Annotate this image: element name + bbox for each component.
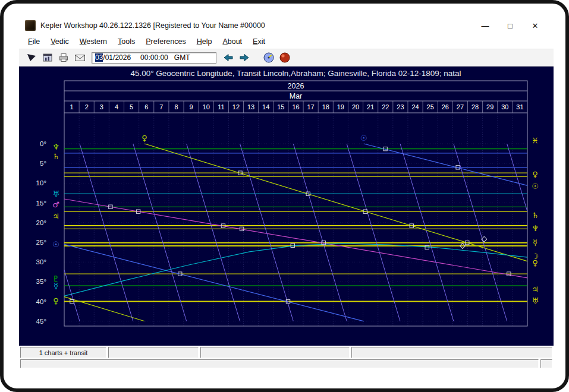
- svg-text:♅: ♅: [532, 296, 539, 305]
- graphic-ephemeris-chart: 45.00° Geocentric Longitude, Transit Lin…: [19, 67, 554, 346]
- svg-text:11: 11: [218, 103, 224, 110]
- menu-item-tools[interactable]: Tools: [112, 36, 140, 47]
- red-globe-icon[interactable]: [278, 52, 291, 64]
- status-panel-1: 1 charts + transit: [20, 347, 106, 358]
- svg-text:20°: 20°: [36, 219, 46, 226]
- svg-text:9: 9: [190, 103, 193, 110]
- svg-text:14: 14: [262, 103, 269, 110]
- svg-text:16: 16: [292, 103, 299, 110]
- svg-text:21: 21: [367, 103, 374, 110]
- svg-text:♀: ♀: [53, 296, 59, 305]
- mail-icon[interactable]: [73, 52, 86, 64]
- prev-day-arrow-icon[interactable]: [222, 52, 235, 64]
- svg-text:13: 13: [247, 103, 254, 110]
- app-icon: [25, 20, 36, 31]
- status-panel-3: [200, 347, 350, 358]
- timezone-value: GMT: [174, 53, 190, 62]
- svg-text:♅: ♅: [52, 189, 59, 198]
- svg-text:♄: ♄: [52, 152, 59, 161]
- menu-item-preferences[interactable]: Preferences: [140, 36, 191, 47]
- svg-text:25: 25: [427, 103, 434, 110]
- maximize-button[interactable]: □: [498, 18, 523, 33]
- svg-text:0°: 0°: [40, 140, 46, 147]
- titlebar: Kepler Workshop 40.26.122.1326 [Register…: [19, 17, 554, 34]
- svg-text:♆: ♆: [532, 224, 539, 233]
- svg-text:23: 23: [397, 103, 404, 110]
- menu-item-about[interactable]: About: [217, 36, 247, 47]
- svg-text:3: 3: [100, 103, 103, 110]
- svg-text:Mar: Mar: [290, 92, 303, 100]
- pen-icon[interactable]: [25, 52, 38, 64]
- svg-text:31: 31: [516, 103, 523, 110]
- svg-text:♂: ♂: [52, 200, 59, 209]
- time-value[interactable]: 00:00:00: [140, 53, 168, 62]
- svg-text:28: 28: [471, 103, 479, 110]
- svg-text:19: 19: [337, 103, 344, 110]
- svg-text:☿: ☿: [533, 238, 537, 247]
- window-controls: — □ ✕: [473, 18, 548, 33]
- svg-text:2: 2: [85, 103, 89, 110]
- svg-text:1: 1: [70, 103, 74, 110]
- datetime-field[interactable]: 03/01/2026 00:00:00 GMT: [92, 52, 216, 64]
- statusbar: 1 charts + transit: [20, 347, 552, 358]
- svg-text:45°: 45°: [36, 318, 46, 325]
- svg-text:30°: 30°: [36, 258, 46, 265]
- resize-gripper[interactable]: [540, 359, 552, 368]
- print-icon[interactable]: [57, 52, 70, 64]
- svg-text:☉: ☉: [360, 134, 367, 143]
- svg-text:♃: ♃: [532, 285, 539, 294]
- minimize-button[interactable]: —: [473, 18, 498, 33]
- chart-area: 45.00° Geocentric Longitude, Transit Lin…: [19, 67, 554, 346]
- svg-text:5: 5: [130, 103, 133, 110]
- svg-text:29: 29: [486, 103, 493, 110]
- svg-text:☉: ☉: [532, 182, 539, 191]
- svg-text:10: 10: [203, 103, 210, 110]
- svg-text:♓: ♓: [532, 136, 539, 145]
- svg-text:45.00° Geocentric Longitude,: 45.00° Geocentric Longitude, Transit Lin…: [130, 69, 461, 78]
- svg-text:20: 20: [352, 103, 359, 110]
- svg-text:30: 30: [501, 103, 508, 110]
- svg-text:25°: 25°: [36, 239, 46, 246]
- app-window: Kepler Workshop 40.26.122.1326 [Register…: [19, 17, 554, 374]
- status-strip: [20, 359, 539, 368]
- status-panel-4: [351, 347, 552, 358]
- svg-text:26: 26: [442, 103, 449, 110]
- svg-text:15°: 15°: [36, 200, 46, 207]
- date-rest-segment[interactable]: /01/2026: [103, 53, 131, 62]
- astro-clock-icon[interactable]: [262, 52, 275, 64]
- menu-item-western[interactable]: Western: [74, 36, 112, 47]
- svg-text:17: 17: [307, 103, 315, 110]
- menu-item-vedic[interactable]: Vedic: [45, 36, 74, 47]
- screenshot-frame: Kepler Workshop 40.26.122.1326 [Register…: [0, 0, 569, 392]
- svg-text:15: 15: [277, 103, 284, 110]
- menu-item-file[interactable]: File: [23, 36, 45, 47]
- svg-text:☿: ☿: [54, 282, 58, 290]
- svg-text:22: 22: [382, 103, 389, 110]
- svg-text:10°: 10°: [36, 179, 46, 186]
- svg-text:♃: ♃: [52, 212, 59, 221]
- svg-text:35°: 35°: [36, 278, 46, 285]
- menubar: FileVedicWesternToolsPreferencesHelpAbou…: [19, 34, 554, 49]
- svg-text:24: 24: [411, 103, 419, 110]
- svg-text:5°: 5°: [40, 160, 46, 167]
- svg-text:7: 7: [159, 103, 163, 110]
- svg-text:4: 4: [115, 103, 118, 110]
- next-day-arrow-icon[interactable]: [238, 52, 251, 64]
- close-button[interactable]: ✕: [523, 18, 548, 33]
- menu-item-help[interactable]: Help: [191, 36, 218, 47]
- chart-window-icon[interactable]: [41, 52, 54, 64]
- status-panel-2: [108, 347, 199, 358]
- svg-text:♀: ♀: [532, 258, 538, 267]
- window-title: Kepler Workshop 40.26.122.1326 [Register…: [40, 21, 265, 30]
- svg-text:♆: ♆: [52, 143, 59, 151]
- svg-text:♄: ♄: [532, 211, 539, 220]
- toolbar: 03/01/2026 00:00:00 GMT: [19, 49, 554, 67]
- menu-item-exit[interactable]: Exit: [247, 36, 271, 47]
- svg-text:8: 8: [174, 103, 178, 110]
- svg-text:♀: ♀: [532, 170, 538, 179]
- date-month-segment[interactable]: 03: [95, 53, 103, 62]
- svg-text:40°: 40°: [36, 298, 46, 305]
- svg-text:☉: ☉: [52, 240, 59, 249]
- statusbar-lower: [20, 359, 552, 368]
- svg-text:6: 6: [144, 103, 148, 110]
